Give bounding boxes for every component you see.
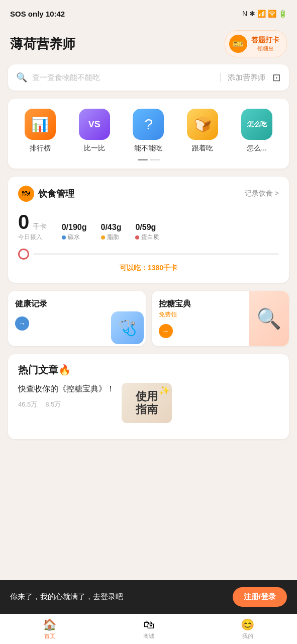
sugar-card-arrow-button[interactable]: → — [159, 324, 173, 338]
health-card[interactable]: 健康记录 → 🩺 — [8, 291, 146, 346]
can-eat-text: 可以吃： — [120, 264, 148, 272]
article-thumb-text: 使用指南 — [136, 390, 158, 417]
diet-progress-indicator — [18, 249, 279, 260]
article-thumbnail: 使用指南 ✨ — [122, 383, 172, 423]
articles-section: 热门文章🔥 快查收你的《控糖宝典》！ 46.5万 8.5万 使用指南 ✨ — [8, 354, 289, 439]
nfc-icon: N — [242, 10, 247, 18]
wifi-icon: 🛜 — [268, 10, 276, 18]
diet-carb-value: 0/190g — [62, 223, 87, 232]
diet-protein-value: 0/59g — [135, 223, 159, 232]
status-time: SOS only 10:42 — [10, 10, 65, 18]
diet-fat-stat: 0/43g 脂肪 — [101, 223, 122, 242]
article-stat-likes: 8.5万 — [45, 400, 61, 409]
search-bar[interactable]: 🔍 查一查食物能不能吃 添加营养师 ⊡ — [8, 64, 289, 91]
article-item[interactable]: 快查收你的《控糖宝典》！ 46.5万 8.5万 使用指南 ✨ — [18, 383, 279, 423]
login-banner: 你来了，我的心就满了，去登录吧 注册/登录 — [0, 580, 297, 614]
scroll-dot-1 — [138, 159, 148, 160]
category-compare[interactable]: VS 比一比 — [74, 109, 115, 153]
diet-section: 🍽 饮食管理 记录饮食 > 0 千卡 今日摄入 0/190g 碳水 0/43g — [8, 177, 289, 283]
mine-icon: 😊 — [241, 618, 254, 631]
ranking-label: 排行榜 — [30, 144, 51, 153]
howto-icon: 怎么吃 — [241, 109, 272, 140]
diet-title-wrap: 🍽 饮食管理 — [18, 186, 74, 202]
diet-stats: 0 千卡 今日摄入 0/190g 碳水 0/43g 脂肪 0/5 — [18, 212, 279, 242]
diet-protein-label: 蛋白质 — [135, 233, 159, 242]
diet-can-eat: 可以吃：1380千卡 — [18, 264, 279, 273]
followeat-icon: 🍞 — [187, 109, 218, 140]
search-divider — [220, 73, 221, 82]
sugar-arrow-icon: → — [162, 327, 169, 335]
scroll-dot-2 — [150, 159, 160, 160]
scan-icon[interactable]: ⊡ — [272, 71, 281, 84]
medical-kit-icon: 🩺 — [111, 311, 144, 344]
diet-progress-bar — [33, 253, 279, 255]
login-button[interactable]: 注册/登录 — [233, 587, 287, 607]
sugar-card-decoration: 🔍 — [249, 291, 289, 346]
add-nutritionist-link[interactable]: 添加营养师 — [228, 73, 265, 83]
compare-icon: VS — [79, 109, 110, 140]
health-card-arrow-button[interactable]: → — [15, 316, 29, 331]
sugar-card[interactable]: 控糖宝典 免费领 → 🔍 — [152, 291, 289, 346]
answer-badge-button[interactable]: 🎫 答题打卡 领糖豆 — [225, 30, 287, 57]
diet-carb-label: 碳水 — [62, 233, 87, 242]
diet-icon: 🍽 — [18, 186, 34, 202]
health-arrow-icon: → — [19, 319, 26, 328]
search-icon: 🔍 — [16, 72, 27, 83]
badge-icon-emoji: 🎫 — [233, 38, 244, 49]
nav-shop[interactable]: 🛍 商城 — [99, 614, 198, 644]
followeat-label: 跟着吃 — [192, 144, 213, 153]
sugar-deco-icon: 🔍 — [256, 307, 281, 331]
battery-icon: 🔋 — [278, 10, 287, 18]
article-stat-views: 46.5万 — [18, 400, 37, 409]
signal-icon: 📶 — [257, 10, 266, 18]
header: 薄荷营养师 🎫 答题打卡 领糖豆 — [0, 25, 297, 64]
carb-text: 碳水 — [68, 233, 80, 242]
article-stats: 46.5万 8.5万 — [18, 400, 115, 409]
diet-title: 饮食管理 — [38, 188, 74, 200]
diet-fat-label: 脂肪 — [101, 233, 122, 242]
status-bar: SOS only 10:42 N ✱ 📶 🛜 🔋 — [0, 0, 297, 25]
nav-home[interactable]: 🏠 首页 — [0, 614, 99, 644]
progress-circle — [18, 249, 29, 260]
diet-record-link[interactable]: 记录饮食 > — [245, 189, 279, 198]
diet-progress-area: 可以吃：1380千卡 — [18, 249, 279, 273]
home-icon: 🏠 — [43, 618, 56, 631]
articles-header: 热门文章🔥 — [18, 363, 279, 377]
diet-fat-value: 0/43g — [101, 223, 122, 232]
category-caneat[interactable]: ? 能不能吃 — [128, 109, 168, 153]
caneat-icon: ? — [133, 109, 164, 140]
caneat-label: 能不能吃 — [134, 144, 162, 153]
fat-dot — [101, 235, 105, 239]
scroll-indicator — [13, 159, 284, 160]
shop-icon: 🛍 — [143, 618, 154, 631]
nav-mine[interactable]: 😊 我的 — [198, 614, 297, 644]
badge-icon: 🎫 — [229, 35, 247, 53]
login-prompt-text: 你来了，我的心就满了，去登录吧 — [10, 592, 123, 602]
search-input[interactable]: 查一查食物能不能吃 — [32, 73, 213, 83]
ranking-icon: 📊 — [25, 109, 56, 140]
badge-text: 答题打卡 领糖豆 — [251, 36, 279, 52]
app-title: 薄荷营养师 — [10, 35, 75, 53]
compare-label: 比一比 — [84, 144, 105, 153]
diet-header: 🍽 饮食管理 记录饮食 > — [18, 186, 279, 202]
diet-main-row: 0 千卡 — [18, 212, 47, 232]
diet-sub-stats: 0/190g 碳水 0/43g 脂肪 0/59g 蛋白质 — [62, 223, 160, 242]
protein-text: 蛋白质 — [141, 233, 159, 242]
diet-carb-stat: 0/190g 碳水 — [62, 223, 87, 242]
category-ranking[interactable]: 📊 排行榜 — [20, 109, 60, 153]
article-content: 快查收你的《控糖宝典》！ 46.5万 8.5万 — [18, 383, 115, 409]
can-eat-value: 1380千卡 — [148, 264, 177, 272]
diet-calories-value: 0 — [18, 211, 29, 233]
diet-main-stat: 0 千卡 今日摄入 — [18, 212, 47, 242]
status-icons: N ✱ 📶 🛜 🔋 — [242, 10, 287, 18]
health-card-image: 🩺 — [106, 306, 146, 346]
category-followeat[interactable]: 🍞 跟着吃 — [182, 109, 223, 153]
home-label: 首页 — [44, 632, 55, 640]
badge-sub-text: 领糖豆 — [257, 45, 274, 52]
category-howto[interactable]: 怎么吃 怎么... — [237, 109, 277, 153]
diet-protein-stat: 0/59g 蛋白质 — [135, 223, 159, 242]
category-row: 📊 排行榜 VS 比一比 ? 能不能吃 🍞 跟着吃 怎么吃 怎么... — [13, 109, 284, 153]
shop-label: 商城 — [143, 632, 154, 640]
diet-calories-unit: 千卡 — [33, 222, 47, 230]
category-section: 📊 排行榜 VS 比一比 ? 能不能吃 🍞 跟着吃 怎么吃 怎么... — [8, 99, 289, 169]
